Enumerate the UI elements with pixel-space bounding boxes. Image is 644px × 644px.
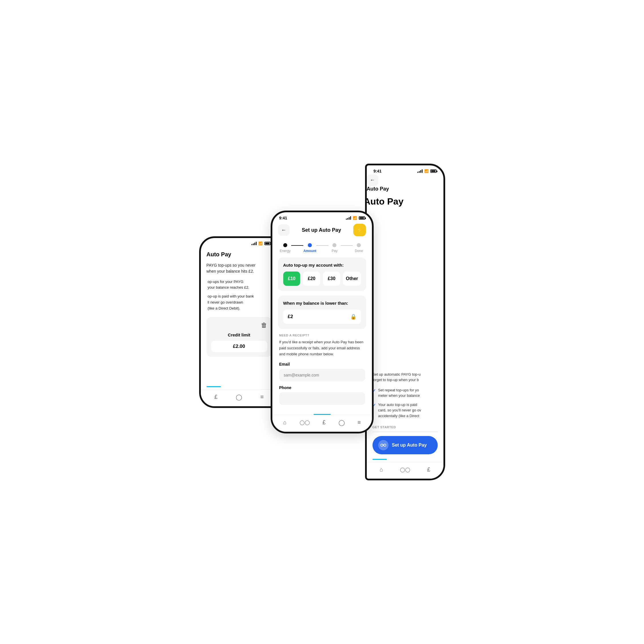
signal-icon-right	[417, 169, 423, 173]
receipt-label: NEED A RECEIPT?	[279, 334, 365, 337]
step-energy: Energy	[279, 243, 291, 253]
left-bullet-2: op-up is paid with your bank ll never go…	[207, 294, 272, 311]
nav-active-bar-left	[207, 386, 221, 387]
scene: 📶 Auto Pay PAYG top-ups so you never whe…	[165, 164, 479, 481]
wifi-icon-left: 📶	[258, 241, 263, 245]
divider-right	[372, 432, 438, 432]
step-connector-2	[316, 245, 328, 246]
check-item-2: ✓ Your auto top-up is paid card, so you'…	[372, 402, 438, 419]
battery-icon-right	[430, 169, 437, 173]
usage-icon-right: ◯◯	[400, 467, 410, 472]
nav-item-menu-left[interactable]: ≡	[260, 394, 264, 400]
nav-item-home-center[interactable]: ⌂	[283, 419, 287, 426]
center-header-title: Set up Auto Pay	[302, 227, 341, 233]
step-dot-amount	[308, 243, 312, 247]
amount-btn-other[interactable]: Other	[343, 272, 361, 286]
status-bar-right: 9:41 📶	[367, 165, 443, 175]
phone-center: 9:41 📶 ← Set up Auto Pay ⚡	[271, 211, 374, 433]
topup-card: Auto top-up my account with: £10 £20 £30…	[278, 257, 366, 291]
phone-form-group: Phone	[279, 385, 365, 405]
nav-item-home-right[interactable]: ⌂	[380, 466, 383, 473]
email-label: Email	[279, 362, 365, 366]
balance-card-title: When my balance is lower than:	[283, 301, 361, 306]
menu-icon-left: ≡	[260, 394, 264, 400]
left-page-title: Auto Pay	[207, 251, 272, 258]
right-header-title: Auto Pay	[367, 186, 443, 192]
nav-item-menu-center[interactable]: ≡	[357, 419, 361, 426]
receipt-text: If you'd like a receipt when your Auto P…	[279, 339, 365, 357]
step-label-energy: Energy	[280, 249, 291, 253]
nav-item-usage-center[interactable]: ◯◯	[300, 420, 310, 425]
step-connector-1	[291, 245, 303, 246]
nav-item-payment-left[interactable]: £	[214, 394, 217, 400]
bottom-nav-right: ⌂ ◯◯ £	[367, 462, 443, 479]
signal-icon-center	[346, 216, 351, 220]
nav-item-payment-right[interactable]: £	[427, 466, 430, 473]
nav-item-help-left[interactable]: ◯	[236, 394, 242, 401]
wifi-icon-right: 📶	[424, 169, 429, 173]
left-content-area: Auto Pay PAYG top-ups so you never when …	[201, 247, 278, 386]
help-icon-center: ◯	[338, 419, 345, 426]
home-icon-right: ⌂	[380, 466, 383, 473]
receipt-section: NEED A RECEIPT? If you'd like a receipt …	[278, 334, 366, 405]
step-amount: Amount	[303, 243, 316, 253]
trash-icon[interactable]: 🗑	[261, 322, 267, 329]
right-check-list: ✓ Set repeat top-ups for yo meter when y…	[372, 387, 438, 419]
phone-right: 9:41 📶 ← Auto Pay	[365, 164, 445, 481]
check-text-1: Set repeat top-ups for yo meter when you…	[378, 387, 420, 399]
right-content-area: Auto Pay Set up automatic PAYG top-u for…	[367, 192, 443, 459]
nav-item-usage-right[interactable]: ◯◯	[400, 467, 410, 472]
wifi-icon-center: 📶	[353, 216, 357, 220]
help-icon-left: ◯	[236, 394, 242, 401]
step-dot-done	[357, 243, 361, 247]
phone-input[interactable]	[279, 392, 365, 405]
step-connector-3	[341, 245, 353, 246]
battery-icon-center	[359, 216, 365, 220]
lightning-button-center[interactable]: ⚡	[353, 224, 366, 236]
balance-input-row: £2 🔒	[283, 310, 361, 324]
balance-value: £2	[288, 314, 293, 320]
email-input[interactable]	[279, 369, 365, 381]
right-main-title: Auto Pay	[365, 197, 444, 368]
lightning-icon-center: ⚡	[356, 227, 363, 233]
status-icons-left: 📶	[251, 241, 271, 245]
amount-btn-10[interactable]: £10	[283, 272, 300, 286]
phone-label: Phone	[279, 385, 365, 390]
check-item-1: ✓ Set repeat top-ups for yo meter when y…	[372, 387, 438, 399]
home-icon-center: ⌂	[283, 419, 287, 426]
nav-item-help-center[interactable]: ◯	[338, 419, 345, 426]
credit-value: £2.00	[211, 341, 267, 352]
topup-card-title: Auto top-up my account with:	[283, 263, 361, 267]
back-button-right[interactable]: ←	[367, 175, 378, 186]
setup-btn-label: Set up Auto Pay	[392, 443, 427, 448]
amount-btn-20[interactable]: £20	[303, 272, 320, 286]
nav-active-bar-right	[372, 459, 387, 460]
battery-icon-left	[264, 242, 271, 245]
trash-icon-box: 🗑	[211, 322, 267, 329]
status-bar-center: 9:41 📶	[272, 212, 372, 221]
amount-btn-30[interactable]: £30	[323, 272, 340, 286]
get-started-label: GET STARTED	[372, 425, 438, 429]
left-bullet-1: op-ups for your PAYG your balance reache…	[207, 279, 272, 291]
bottom-nav-left: £ ◯ ≡	[201, 389, 278, 406]
email-form-group: Email	[279, 362, 365, 381]
time-right: 9:41	[374, 169, 382, 173]
step-dot-energy	[283, 243, 287, 247]
menu-icon-center: ≡	[357, 419, 361, 426]
step-label-done: Done	[355, 249, 363, 253]
status-icons-right: 📶	[417, 169, 437, 173]
usage-icon-center: ◯◯	[300, 420, 310, 425]
step-label-amount: Amount	[303, 249, 316, 253]
nav-item-payment-center[interactable]: £	[322, 419, 326, 426]
back-arrow-icon-right: ←	[370, 177, 375, 183]
balance-card: When my balance is lower than: £2 🔒	[278, 296, 366, 329]
setup-autopay-button[interactable]: Set up Auto Pay	[372, 436, 438, 454]
status-icons-center: 📶	[346, 216, 365, 220]
step-label-pay: Pay	[332, 249, 338, 253]
right-header: ← Auto Pay	[367, 175, 443, 192]
status-bar-left: 📶	[201, 238, 278, 247]
left-bullet-list: op-ups for your PAYG your balance reache…	[207, 279, 272, 312]
infinity-icon	[378, 440, 389, 450]
back-button-center[interactable]: ←	[278, 224, 290, 236]
pound-icon-center: £	[322, 419, 326, 426]
